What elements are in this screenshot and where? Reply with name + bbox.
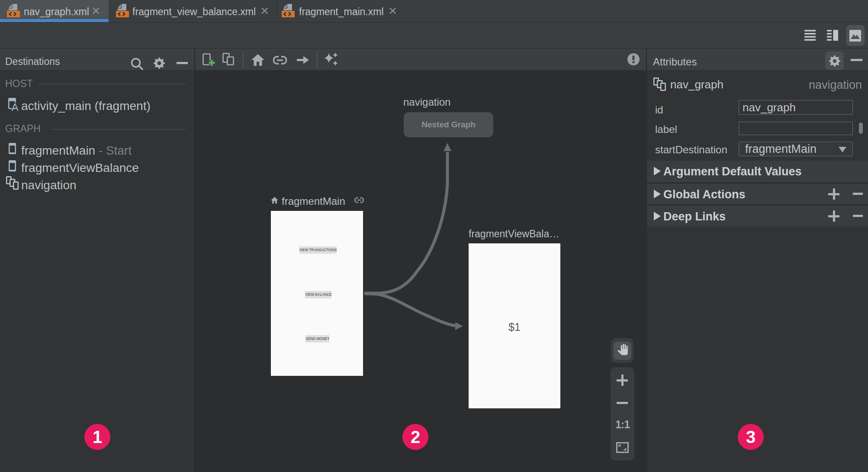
svg-text:A: A xyxy=(12,101,19,111)
